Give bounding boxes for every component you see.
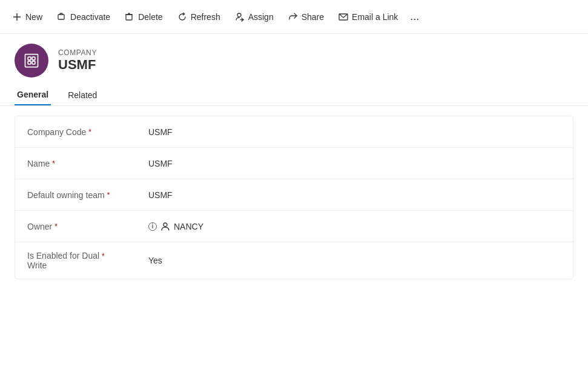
refresh-icon xyxy=(177,12,187,22)
deactivate-button[interactable]: Deactivate xyxy=(50,6,117,28)
svg-rect-15 xyxy=(32,61,35,64)
svg-point-8 xyxy=(237,13,241,17)
email-label: Email a Link xyxy=(352,12,398,22)
label-dual-write: Is Enabled for Dual * Write xyxy=(27,251,148,270)
dual-write-value: Yes xyxy=(148,256,162,265)
new-label: New xyxy=(25,12,42,22)
person-icon xyxy=(160,222,170,231)
new-icon xyxy=(12,12,22,22)
field-default-owning-team: Default owning team * USMF xyxy=(15,179,573,211)
delete-label: Delete xyxy=(138,12,162,22)
share-button[interactable]: Share xyxy=(281,6,331,28)
share-label: Share xyxy=(302,12,324,22)
default-owning-team-text: Default owning team xyxy=(27,190,105,200)
toolbar: New Deactivate Delete xyxy=(0,0,588,34)
svg-rect-12 xyxy=(28,57,31,60)
value-default-owning-team: USMF xyxy=(148,190,561,200)
company-name: USMF xyxy=(58,57,97,73)
label-owner: Owner * xyxy=(27,222,148,231)
refresh-button[interactable]: Refresh xyxy=(170,6,228,28)
page-header: COMPANY USMF xyxy=(0,34,588,85)
field-company-code: Company Code * USMF xyxy=(15,116,573,148)
svg-rect-13 xyxy=(32,57,35,60)
owner-text: Owner xyxy=(27,222,52,231)
deactivate-icon xyxy=(57,12,67,22)
assign-icon xyxy=(235,12,245,22)
field-dual-write: Is Enabled for Dual * Write Yes xyxy=(15,242,573,279)
dual-write-text-2: Write xyxy=(27,260,47,270)
field-owner: Owner * i NANCY xyxy=(15,211,573,242)
label-company-code: Company Code * xyxy=(27,127,148,137)
share-icon xyxy=(288,12,298,22)
value-dual-write: Yes xyxy=(148,256,561,265)
svg-point-16 xyxy=(164,223,167,227)
required-star-dual-write: * xyxy=(102,252,105,260)
svg-rect-3 xyxy=(126,15,132,20)
email-icon xyxy=(339,12,348,22)
assign-button[interactable]: Assign xyxy=(228,6,281,28)
refresh-label: Refresh xyxy=(191,12,220,22)
company-code-value: USMF xyxy=(148,127,173,137)
delete-button[interactable]: Delete xyxy=(117,6,170,28)
more-button[interactable]: ... xyxy=(405,6,424,28)
svg-rect-2 xyxy=(58,15,64,19)
field-name: Name * USMF xyxy=(15,148,573,179)
required-star-owning-team: * xyxy=(107,191,110,199)
deactivate-label: Deactivate xyxy=(70,12,110,22)
name-text: Name xyxy=(27,159,50,168)
info-icon: i xyxy=(148,222,157,231)
label-default-owning-team: Default owning team * xyxy=(27,190,148,200)
value-company-code: USMF xyxy=(148,127,561,137)
tabs-container: General Related xyxy=(0,85,588,106)
required-star-owner: * xyxy=(55,222,58,231)
new-button[interactable]: New xyxy=(5,6,50,28)
svg-rect-11 xyxy=(25,55,38,67)
email-button[interactable]: Email a Link xyxy=(331,6,405,28)
tab-related[interactable]: Related xyxy=(65,85,99,105)
assign-label: Assign xyxy=(248,12,274,22)
required-star-company-code: * xyxy=(88,128,91,136)
more-label: ... xyxy=(410,10,419,23)
company-code-text: Company Code xyxy=(27,127,86,137)
company-title-block: COMPANY USMF xyxy=(58,48,97,73)
dual-write-text: Is Enabled for Dual xyxy=(27,251,99,260)
form-card: Company Code * USMF Name * USMF Default … xyxy=(15,116,573,279)
label-name: Name * xyxy=(27,159,148,168)
building-icon xyxy=(23,52,40,69)
company-type-label: COMPANY xyxy=(58,48,97,57)
company-avatar xyxy=(15,44,48,78)
tab-general[interactable]: General xyxy=(15,85,51,105)
required-star-name: * xyxy=(52,159,55,168)
svg-rect-14 xyxy=(28,61,31,64)
default-owning-team-value: USMF xyxy=(148,190,173,200)
value-name: USMF xyxy=(148,159,561,168)
value-owner: i NANCY xyxy=(148,222,561,231)
owner-value: NANCY xyxy=(174,222,203,231)
name-value: USMF xyxy=(148,159,173,168)
delete-icon xyxy=(125,12,134,22)
form-container: Company Code * USMF Name * USMF Default … xyxy=(0,106,588,289)
